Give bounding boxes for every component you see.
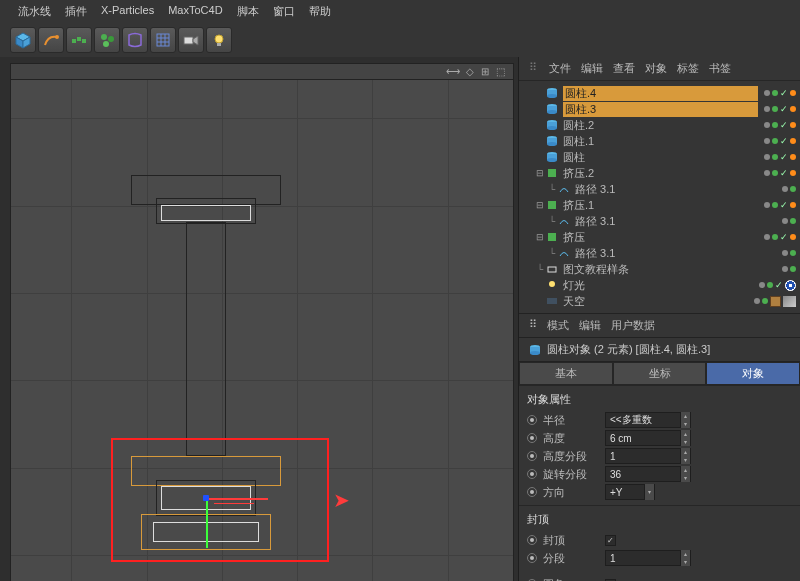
attr-tab-mode[interactable]: 模式 [547, 318, 569, 333]
svg-point-8 [108, 36, 114, 42]
field-cap-seg[interactable]: 1▴▾ [605, 550, 691, 566]
label-cap: 封顶 [543, 533, 599, 548]
gizmo-x-axis[interactable] [206, 498, 268, 500]
tree-item-cylinder-4[interactable]: 圆柱.4✓ [531, 85, 796, 101]
tool-light[interactable] [206, 27, 232, 53]
menu-pipeline[interactable]: 流水线 [12, 3, 57, 20]
tree-item-cylinder-2[interactable]: 圆柱.2✓ [531, 117, 796, 133]
anim-dot[interactable] [527, 469, 537, 479]
dropdown-icon[interactable]: ▾ [644, 484, 654, 500]
tree-item-light[interactable]: 灯光✓ [531, 277, 796, 293]
section-cap: 封顶 封顶✓ 分段1▴▾ 圆角 分段5▴▾ 半径20 cm▴▾ [519, 505, 800, 581]
tag-target-icon[interactable] [785, 280, 796, 291]
attributes-subtabs: 基本 坐标 对象 [519, 361, 800, 385]
tag-texture-icon[interactable] [783, 296, 796, 307]
tab-view[interactable]: 查看 [613, 61, 635, 76]
tool-generator[interactable] [94, 27, 120, 53]
tree-item-cylinder-3[interactable]: 圆柱.3✓ [531, 101, 796, 117]
subtab-object[interactable]: 对象 [706, 362, 800, 385]
spline-pen-icon [42, 31, 60, 49]
field-height-seg[interactable]: 1▴▾ [605, 448, 691, 464]
tree-item-sky[interactable]: 天空 [531, 293, 796, 309]
tab-edit[interactable]: 编辑 [581, 61, 603, 76]
tab-objects[interactable]: 对象 [645, 61, 667, 76]
field-rot-seg[interactable]: 36▴▾ [605, 466, 691, 482]
light-icon [210, 31, 228, 49]
panel-grip-icon[interactable]: ⠿ [529, 61, 537, 76]
tab-file[interactable]: 文件 [549, 61, 571, 76]
tree-item-extrude-2[interactable]: ⊟挤压.2✓ [531, 165, 796, 181]
field-radius[interactable]: <<多重数▴▾ [605, 412, 691, 428]
tool-deformer[interactable] [122, 27, 148, 53]
tool-spline-pen[interactable] [38, 27, 64, 53]
section-object-properties: 对象属性 半径<<多重数▴▾ 高度6 cm▴▾ 高度分段1▴▾ 旋转分段36▴▾… [519, 385, 800, 505]
tag-material-icon[interactable] [770, 296, 781, 307]
tab-bookmarks[interactable]: 书签 [709, 61, 731, 76]
tree-item-extrude[interactable]: ⊟挤压✓ [531, 229, 796, 245]
anim-dot[interactable] [527, 487, 537, 497]
spinner-icon[interactable]: ▴▾ [680, 466, 690, 482]
anim-dot[interactable] [527, 451, 537, 461]
extrude-icon [545, 199, 559, 211]
attributes-header: 圆柱对象 (2 元素) [圆柱.4, 圆柱.3] [519, 337, 800, 361]
label-height: 高度 [543, 431, 599, 446]
menu-maxtoc4d[interactable]: MaxToC4D [162, 3, 228, 20]
viewport-navigation-icons[interactable]: ⟷ ◇ ⊞ ⬚ [446, 66, 507, 77]
label-radius: 半径 [543, 413, 599, 428]
panel-grip-icon[interactable]: ⠿ [529, 318, 537, 333]
tree-item-extrude-1[interactable]: ⊟挤压.1✓ [531, 197, 796, 213]
object-tree[interactable]: 圆柱.4✓ 圆柱.3✓ 圆柱.2✓ 圆柱.1✓ 圆柱✓ ⊟挤压.2✓ └路径 3… [519, 81, 800, 313]
label-rot-seg: 旋转分段 [543, 467, 599, 482]
menu-xparticles[interactable]: X-Particles [95, 3, 160, 20]
tree-item-cylinder-1[interactable]: 圆柱.1✓ [531, 133, 796, 149]
attributes-title: 圆柱对象 (2 元素) [圆柱.4, 圆柱.3] [547, 342, 710, 357]
attr-tab-edit[interactable]: 编辑 [579, 318, 601, 333]
anim-dot[interactable] [527, 415, 537, 425]
spinner-icon[interactable]: ▴▾ [680, 448, 690, 464]
svg-rect-34 [548, 169, 556, 177]
anim-dot[interactable] [527, 433, 537, 443]
svg-point-7 [101, 34, 107, 40]
spinner-icon[interactable]: ▴▾ [680, 430, 690, 446]
subtab-coord[interactable]: 坐标 [613, 362, 707, 385]
gizmo-origin[interactable] [203, 495, 209, 501]
label-cap-seg: 分段 [543, 551, 599, 566]
tree-item-layer[interactable]: └图文教程样条 [531, 261, 796, 277]
tool-cube[interactable] [10, 27, 36, 53]
svg-point-30 [547, 142, 557, 146]
tree-expand-icon[interactable]: ⊟ [535, 168, 545, 178]
checkbox-cap[interactable]: ✓ [605, 535, 616, 546]
svg-point-42 [530, 351, 540, 355]
tree-item-cylinder[interactable]: 圆柱✓ [531, 149, 796, 165]
spinner-icon[interactable]: ▴▾ [680, 550, 690, 566]
tree-item-path[interactable]: └路径 3.1 [543, 245, 796, 261]
tool-array[interactable] [66, 27, 92, 53]
attr-tab-userdata[interactable]: 用户数据 [611, 318, 655, 333]
tree-expand-icon[interactable]: ⊟ [535, 200, 545, 210]
field-height[interactable]: 6 cm▴▾ [605, 430, 691, 446]
menu-help[interactable]: 帮助 [303, 3, 337, 20]
menu-script[interactable]: 脚本 [231, 3, 265, 20]
tree-item-path-1[interactable]: └路径 3.1 [543, 213, 796, 229]
field-orient[interactable]: +Y▾ [605, 484, 655, 500]
camera-icon [182, 31, 200, 49]
anim-dot[interactable] [527, 553, 537, 563]
objects-panel-tabs: ⠿ 文件 编辑 查看 对象 标签 书签 [519, 57, 800, 81]
tree-expand-icon[interactable]: ⊟ [535, 232, 545, 242]
label-height-seg: 高度分段 [543, 449, 599, 464]
anim-dot[interactable] [527, 535, 537, 545]
svg-rect-5 [77, 37, 81, 41]
layer-icon [545, 263, 559, 275]
menu-window[interactable]: 窗口 [267, 3, 301, 20]
spinner-icon[interactable]: ▴▾ [680, 412, 690, 428]
tool-camera[interactable] [178, 27, 204, 53]
subtab-basic[interactable]: 基本 [519, 362, 613, 385]
menu-plugins[interactable]: 插件 [59, 3, 93, 20]
tab-tags[interactable]: 标签 [677, 61, 699, 76]
gizmo-y-axis[interactable] [206, 498, 208, 548]
viewport[interactable]: ➤ [10, 79, 514, 581]
section-title-cap: 封顶 [527, 510, 792, 531]
tree-item-path-2[interactable]: └路径 3.1 [543, 181, 796, 197]
svg-point-33 [547, 158, 557, 162]
tool-environment[interactable] [150, 27, 176, 53]
